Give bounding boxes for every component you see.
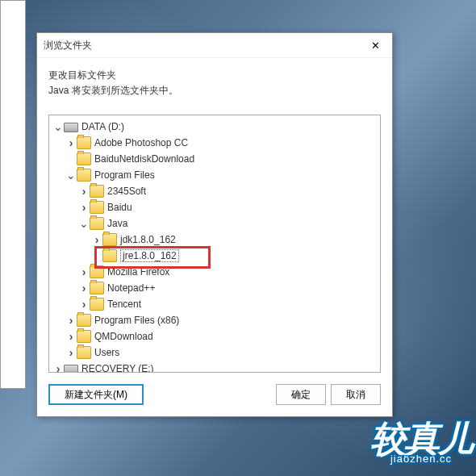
folder-icon xyxy=(90,298,104,311)
chevron-right-icon[interactable]: › xyxy=(65,346,77,359)
watermark: 较真儿 jiaozhen.cc xyxy=(370,421,472,464)
tree-row[interactable]: ›Baidu xyxy=(49,199,380,215)
subtitle-line2: Java 将安装到所选文件夹中。 xyxy=(48,83,381,98)
ok-button[interactable]: 确定 xyxy=(276,384,326,405)
tree-item-label: Users xyxy=(94,347,119,358)
tree-item-label: Mozilla Firefox xyxy=(107,266,169,278)
folder-icon xyxy=(77,136,91,149)
folder-icon xyxy=(77,314,91,327)
chevron-right-icon[interactable]: › xyxy=(78,185,90,198)
folder-icon xyxy=(77,330,91,343)
tree-item-label: 2345Soft xyxy=(107,186,146,197)
tree-item-label: DATA (D:) xyxy=(81,121,124,132)
chevron-right-icon[interactable]: › xyxy=(65,136,77,149)
folder-icon xyxy=(90,185,104,198)
chevron-right-icon[interactable]: › xyxy=(78,282,90,294)
folder-icon xyxy=(90,282,104,294)
new-folder-button[interactable]: 新建文件夹(M) xyxy=(48,384,144,405)
titlebar: 浏览文件夹 ✕ xyxy=(37,33,392,58)
chevron-down-icon[interactable]: ⌄ xyxy=(65,169,77,182)
dialog-title: 浏览文件夹 xyxy=(44,39,92,52)
chevron-right-icon[interactable]: › xyxy=(78,201,90,214)
folder-tree[interactable]: ⌄DATA (D:)›Adobe Photoshop CC›BaiduNetdi… xyxy=(48,115,381,373)
tree-item-label: Java xyxy=(107,218,127,229)
tree-item-label: Tencent xyxy=(107,299,141,310)
close-icon[interactable]: ✕ xyxy=(365,37,386,53)
tree-row[interactable]: ›jdk1.8.0_162 xyxy=(49,232,380,248)
tree-row[interactable]: ⌄DATA (D:) xyxy=(49,119,380,135)
folder-icon xyxy=(77,169,91,182)
tree-item-label: Notepad++ xyxy=(107,282,155,294)
chevron-down-icon[interactable]: ⌄ xyxy=(78,217,90,230)
chevron-right-icon[interactable]: › xyxy=(78,265,90,278)
folder-icon xyxy=(90,265,104,278)
drive-icon xyxy=(64,123,78,132)
drive-icon xyxy=(64,365,78,373)
tree-row[interactable]: ›Notepad++ xyxy=(49,280,380,296)
background-panel xyxy=(0,0,26,389)
chevron-right-icon[interactable]: › xyxy=(52,362,64,373)
folder-icon xyxy=(90,201,104,214)
tree-row[interactable]: ›QMDownload xyxy=(49,328,380,344)
folder-icon xyxy=(90,217,104,230)
tree-row[interactable]: ⌄Java xyxy=(49,215,380,232)
tree-item-label: Program Files (x86) xyxy=(94,315,179,326)
tree-item-label: Baidu xyxy=(107,202,132,213)
cancel-button[interactable]: 取消 xyxy=(331,384,381,405)
subtitle-line1: 更改目标文件夹 xyxy=(48,68,381,83)
tree-row[interactable]: ›Mozilla Firefox xyxy=(49,264,380,280)
tree-row[interactable]: ›BaiduNetdiskDownload xyxy=(49,151,380,167)
tree-row[interactable]: ›jre1.8.0_162 xyxy=(49,248,380,264)
tree-item-label: jdk1.8.0_162 xyxy=(120,234,176,245)
tree-item-label: RECOVERY (E:) xyxy=(81,363,154,373)
tree-item-label: Adobe Photoshop CC xyxy=(94,137,188,148)
dialog-description: 更改目标文件夹 Java 将安装到所选文件夹中。 xyxy=(48,68,381,98)
tree-row[interactable]: ›Tencent xyxy=(49,296,380,312)
browse-folder-dialog: 浏览文件夹 ✕ 更改目标文件夹 Java 将安装到所选文件夹中。 ⌄DATA (… xyxy=(36,32,393,417)
tree-item-label: jre1.8.0_162 xyxy=(120,249,179,262)
tree-row[interactable]: ›Adobe Photoshop CC xyxy=(49,135,380,151)
folder-icon xyxy=(102,249,117,262)
tree-item-label: BaiduNetdiskDownload xyxy=(94,153,194,165)
tree-row[interactable]: ›Program Files (x86) xyxy=(49,312,380,328)
tree-row[interactable]: ›2345Soft xyxy=(49,183,380,199)
chevron-right-icon[interactable]: › xyxy=(65,330,77,343)
folder-icon xyxy=(77,346,91,359)
chevron-right-icon[interactable]: › xyxy=(78,298,90,311)
folder-icon xyxy=(77,152,91,165)
chevron-right-icon[interactable]: › xyxy=(91,233,102,246)
chevron-down-icon[interactable]: ⌄ xyxy=(52,120,64,133)
tree-row[interactable]: ›RECOVERY (E:) xyxy=(49,361,380,373)
tree-row[interactable]: ⌄Program Files xyxy=(49,167,380,183)
tree-item-label: Program Files xyxy=(94,169,155,181)
chevron-right-icon[interactable]: › xyxy=(65,314,77,327)
tree-row[interactable]: ›Users xyxy=(49,344,380,361)
tree-item-label: QMDownload xyxy=(94,331,153,342)
folder-icon xyxy=(102,233,117,246)
